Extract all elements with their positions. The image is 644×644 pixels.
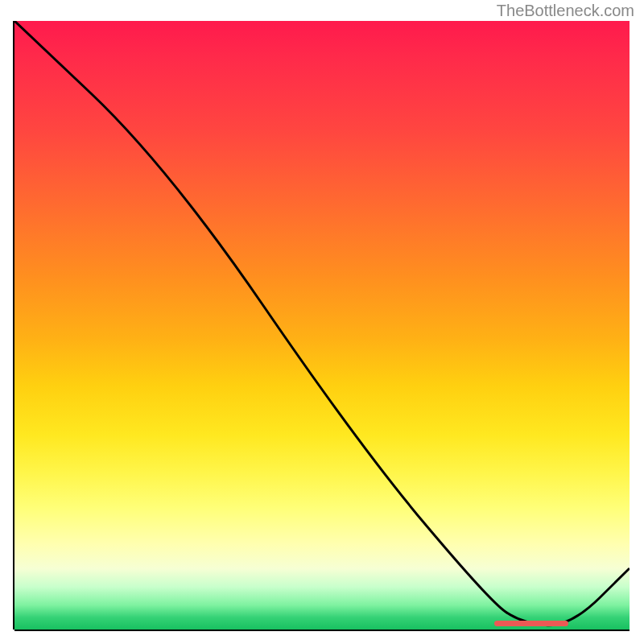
bottleneck-curve <box>14 21 630 630</box>
optimum-marker <box>494 621 568 626</box>
plot-area <box>14 21 630 630</box>
x-axis <box>14 630 630 631</box>
curve-path <box>14 21 630 625</box>
attribution-text: TheBottleneck.com <box>497 2 634 20</box>
